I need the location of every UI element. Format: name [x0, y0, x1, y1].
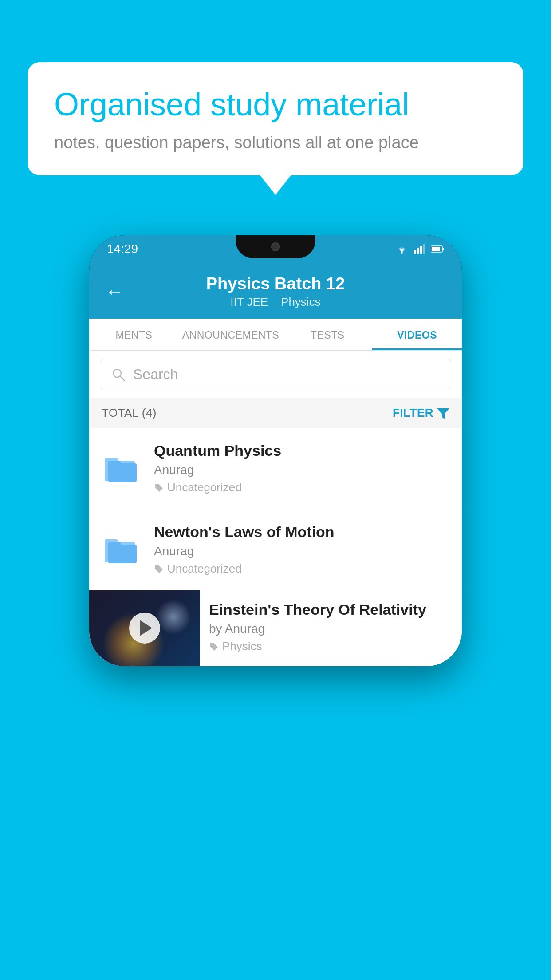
- tag-label: Uncategorized: [167, 481, 242, 494]
- search-placeholder: Search: [133, 366, 178, 383]
- header-tag1: IIT JEE: [230, 295, 268, 308]
- tag-label: Uncategorized: [167, 562, 242, 576]
- video-title: Quantum Physics: [154, 442, 449, 459]
- phone-frame: 14:29: [89, 235, 462, 666]
- svg-rect-1: [414, 250, 416, 254]
- folder-icon: [104, 453, 139, 484]
- tag-label: Physics: [222, 640, 262, 653]
- svg-rect-14: [108, 461, 121, 467]
- video-info: Newton's Laws of Motion Anurag Uncategor…: [154, 523, 449, 576]
- play-button[interactable]: [129, 612, 160, 644]
- list-item[interactable]: Einstein's Theory Of Relativity by Anura…: [89, 590, 462, 666]
- filter-row: TOTAL (4) FILTER: [89, 398, 462, 428]
- tab-announcements[interactable]: ANNOUNCEMENTS: [179, 319, 283, 350]
- tab-tests[interactable]: TESTS: [283, 319, 372, 350]
- tab-videos[interactable]: VIDEOS: [372, 319, 462, 350]
- notch: [236, 235, 315, 258]
- svg-point-0: [401, 252, 403, 254]
- folder-icon-wrapper: [102, 530, 142, 569]
- back-button[interactable]: ←: [105, 281, 124, 302]
- search-icon: [111, 367, 126, 382]
- svg-marker-10: [437, 408, 449, 419]
- video-title: Newton's Laws of Motion: [154, 523, 449, 541]
- svg-line-9: [120, 376, 125, 381]
- video-tag: Uncategorized: [154, 481, 449, 494]
- wifi-icon: [395, 244, 409, 254]
- svg-rect-2: [417, 248, 419, 254]
- tag-icon: [154, 564, 164, 574]
- status-time: 14:29: [107, 242, 138, 256]
- search-bar[interactable]: Search: [100, 359, 451, 390]
- video-author: Anurag: [154, 463, 449, 477]
- header-title: Physics Batch 12: [206, 274, 345, 293]
- video-info: Einstein's Theory Of Relativity by Anura…: [200, 590, 462, 662]
- speech-bubble: Organised study material notes, question…: [28, 62, 523, 175]
- list-item[interactable]: Quantum Physics Anurag Uncategorized: [89, 428, 462, 509]
- svg-rect-4: [423, 244, 425, 254]
- search-container: Search: [89, 351, 462, 398]
- folder-icon-wrapper: [102, 448, 142, 488]
- total-count: TOTAL (4): [102, 406, 157, 420]
- svg-rect-3: [420, 246, 422, 254]
- bubble-subtitle: notes, question papers, solutions all at…: [54, 133, 497, 152]
- status-bar: 14:29: [89, 235, 462, 263]
- tabs-bar: MENTS ANNOUNCEMENTS TESTS VIDEOS: [89, 319, 462, 351]
- front-camera: [271, 242, 280, 251]
- video-thumbnail: [89, 590, 200, 666]
- folder-icon: [104, 534, 139, 565]
- header-title-block: Physics Batch 12 IIT JEE Physics: [206, 274, 345, 309]
- phone-wrapper: 14:29: [89, 235, 462, 666]
- video-title: Einstein's Theory Of Relativity: [209, 601, 453, 618]
- tag-icon: [209, 642, 219, 652]
- tag-icon: [154, 483, 164, 493]
- video-list: Quantum Physics Anurag Uncategorized: [89, 428, 462, 666]
- signal-icon: [414, 244, 425, 254]
- header-subtitle: IIT JEE Physics: [206, 295, 345, 309]
- filter-icon: [437, 407, 449, 419]
- bubble-title: Organised study material: [54, 85, 497, 123]
- play-triangle-icon: [140, 620, 152, 636]
- svg-rect-18: [108, 542, 121, 548]
- status-icons: [395, 244, 444, 254]
- video-info: Quantum Physics Anurag Uncategorized: [154, 442, 449, 494]
- video-tag: Physics: [209, 640, 453, 653]
- list-item[interactable]: Newton's Laws of Motion Anurag Uncategor…: [89, 509, 462, 590]
- video-author: Anurag: [154, 544, 449, 558]
- app-header: ← Physics Batch 12 IIT JEE Physics: [89, 263, 462, 319]
- phone-screen: Search TOTAL (4) FILTER: [89, 351, 462, 666]
- header-tag2: Physics: [281, 295, 321, 308]
- filter-button[interactable]: FILTER: [393, 406, 449, 420]
- svg-rect-6: [442, 248, 444, 250]
- video-author: by Anurag: [209, 622, 453, 636]
- video-tag: Uncategorized: [154, 562, 449, 576]
- speech-bubble-wrapper: Organised study material notes, question…: [28, 62, 523, 175]
- tab-ments[interactable]: MENTS: [89, 319, 179, 350]
- thumbnail-glow2: [156, 599, 191, 635]
- svg-rect-7: [432, 247, 440, 251]
- filter-label: FILTER: [393, 406, 433, 420]
- battery-icon: [431, 245, 444, 253]
